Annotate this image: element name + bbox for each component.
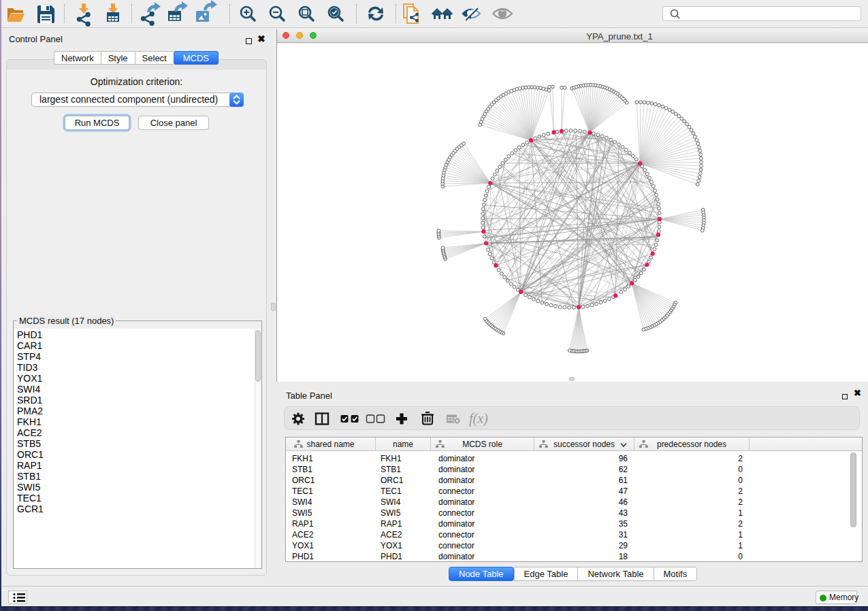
svg-text:f(x): f(x) xyxy=(469,411,488,427)
